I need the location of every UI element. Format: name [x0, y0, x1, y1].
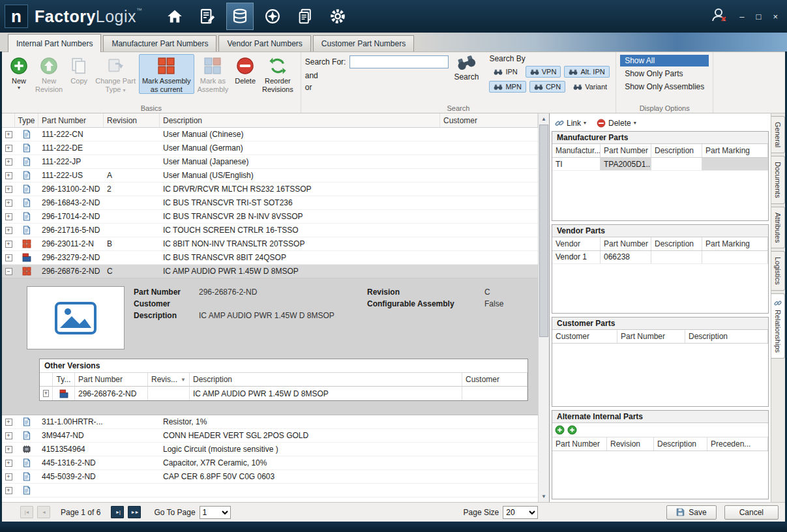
new-button[interactable]: New▾: [6, 54, 32, 94]
scrollbar-thumb[interactable]: [539, 125, 548, 337]
table-row[interactable]: +111-222-USAUser Manual (US/English): [2, 169, 538, 183]
expand-icon[interactable]: +: [5, 254, 12, 261]
settings-gear-icon[interactable]: [324, 3, 351, 30]
vertical-scrollbar[interactable]: ▲ ▼: [538, 113, 549, 502]
table-row[interactable]: +296-13100-2-ND2IC DRVR/RCVR MLTCH RS232…: [2, 183, 538, 196]
table-row-partial[interactable]: +: [2, 484, 538, 497]
link-button[interactable]: Link▾: [555, 119, 586, 128]
last-page-button[interactable]: ►►: [128, 506, 141, 518]
expand-icon[interactable]: +: [5, 131, 12, 138]
table-row[interactable]: +311-1.00HRTR-...Resistor, 1%: [2, 415, 538, 429]
vendor-part-row[interactable]: Vendor 1 066238: [552, 251, 768, 264]
maximize-button[interactable]: □: [756, 12, 762, 21]
page-size-select[interactable]: 20: [503, 506, 538, 519]
minimize-button[interactable]: –: [739, 12, 744, 21]
documents-icon[interactable]: [291, 3, 319, 30]
filter-vpn[interactable]: VPN: [526, 66, 561, 78]
other-version-row[interactable]: + 296-26876-2-ND IC AMP AUDIO PWR 1.45W …: [40, 387, 527, 400]
previous-page-button[interactable]: ◄: [37, 506, 50, 518]
forms-icon[interactable]: [194, 3, 221, 30]
table-row[interactable]: +296-16843-2-NDIC BUS TRANSCVR TRI-ST SO…: [2, 196, 538, 210]
manufacturer-part-row[interactable]: TI TPA2005D1...: [552, 158, 768, 171]
save-button[interactable]: Save: [666, 505, 716, 520]
close-button[interactable]: ×: [773, 12, 778, 21]
side-tab-relationships[interactable]: Relationships: [771, 293, 785, 359]
table-row[interactable]: +111-222-DEUser Manual (German): [2, 141, 538, 155]
home-icon[interactable]: [161, 3, 188, 30]
expand-icon[interactable]: +: [5, 186, 12, 193]
side-tab-general[interactable]: General: [771, 116, 785, 153]
search-input[interactable]: [349, 55, 449, 68]
table-row[interactable]: +296-21716-5-NDIC TOUCH SCREEN CTRLR 16-…: [2, 224, 538, 237]
expand-icon[interactable]: +: [5, 419, 12, 426]
tab-vendor-part-numbers[interactable]: Vendor Part Numbers: [218, 35, 310, 52]
expand-icon[interactable]: +: [5, 200, 12, 207]
expand-icon[interactable]: +: [5, 241, 12, 248]
expand-icon[interactable]: +: [5, 460, 12, 467]
add-alternate-part-secondary-button[interactable]: [567, 425, 577, 435]
next-page-button[interactable]: ►|: [111, 506, 124, 518]
scroll-up-icon[interactable]: ▲: [539, 113, 549, 125]
tab-manufacturer-part-numbers[interactable]: Manufacturer Part Numbers: [103, 35, 216, 52]
first-page-button[interactable]: |◄: [20, 506, 33, 518]
table-row[interactable]: +296-23011-2-NBIC 8BIT NON-INV TRANSLTR …: [2, 237, 538, 251]
table-row-selected[interactable]: −296-26876-2-NDCIC AMP AUDIO PWR 1.45W D…: [2, 265, 538, 278]
tab-internal-part-numbers[interactable]: Internal Part Numbers: [8, 34, 101, 52]
side-tab-attributes[interactable]: Attributes: [771, 207, 785, 248]
table-row[interactable]: +296-23279-2-NDIC BUS TRANSCVR 8BIT 24QS…: [2, 251, 538, 265]
expand-icon[interactable]: +: [5, 145, 12, 152]
go-to-page-select[interactable]: 1: [200, 506, 231, 519]
col-part-number[interactable]: Part Number: [38, 113, 104, 127]
filter-ipn[interactable]: IPN: [489, 66, 522, 78]
collapse-icon[interactable]: −: [5, 268, 12, 275]
show-only-assemblies-option[interactable]: Show Only Assemblies: [620, 81, 709, 93]
col-customer[interactable]: Customer: [440, 113, 538, 127]
table-row[interactable]: +445-5039-2-NDCAP CER 6.8PF 50V C0G 0603: [2, 470, 538, 484]
part-image-placeholder[interactable]: [27, 286, 125, 349]
navigator-icon[interactable]: [259, 3, 286, 30]
mark-as-assembly-button[interactable]: Mark asAssembly: [194, 54, 232, 94]
table-row[interactable]: +111-222-JPUser Manual (Japanese): [2, 155, 538, 169]
mark-assembly-as-current-button[interactable]: Mark Assemblyas current: [139, 54, 194, 94]
expand-icon[interactable]: +: [43, 390, 49, 397]
unlink-delete-button[interactable]: Delete▾: [597, 119, 636, 128]
expand-icon[interactable]: +: [5, 158, 12, 166]
filter-variant[interactable]: Variant: [569, 81, 612, 93]
new-revision-button[interactable]: NewRevision: [32, 54, 66, 94]
add-alternate-part-button[interactable]: [555, 425, 565, 435]
col-revision[interactable]: Revision: [104, 113, 160, 127]
reorder-revisions-button[interactable]: ReorderRevisions: [259, 54, 297, 94]
filter-caret-icon[interactable]: ▼: [181, 377, 186, 383]
delete-button[interactable]: Delete: [231, 54, 259, 94]
table-row[interactable]: +296-17014-2-NDIC BUS TRANSCVR 2B N-INV …: [2, 210, 538, 224]
col-description[interactable]: Description: [160, 113, 440, 127]
expand-icon[interactable]: +: [5, 446, 12, 453]
change-part-type-button[interactable]: Change PartType ▾: [92, 54, 139, 94]
filter-cpn[interactable]: CPN: [529, 81, 565, 93]
table-row[interactable]: +4151354964Logic Circuit (moisture sensi…: [2, 443, 538, 456]
table-row[interactable]: +445-1316-2-NDCapacitor, X7R Ceramic, 10…: [2, 456, 538, 470]
side-tab-documents[interactable]: Documents: [771, 156, 785, 204]
show-only-parts-option[interactable]: Show Only Parts: [620, 68, 709, 80]
expand-icon[interactable]: +: [5, 432, 12, 439]
copy-button[interactable]: Copy: [66, 54, 92, 94]
cancel-button[interactable]: Cancel: [724, 505, 779, 520]
col-type[interactable]: Type: [15, 113, 38, 127]
expand-icon[interactable]: +: [5, 172, 12, 179]
table-row[interactable]: +111-222-CNUser Manual (Chinese): [2, 128, 538, 141]
expand-icon[interactable]: +: [5, 227, 12, 234]
logout-user-icon[interactable]: [711, 7, 728, 25]
expand-icon[interactable]: +: [5, 213, 12, 220]
no-entry-icon: [597, 119, 606, 128]
filter-alt-ipn[interactable]: Alt. IPN: [564, 66, 609, 78]
scroll-down-icon[interactable]: ▼: [539, 491, 549, 502]
show-all-option[interactable]: Show All: [620, 55, 709, 66]
tab-customer-part-numbers[interactable]: Customer Part Numbers: [313, 35, 414, 52]
parts-database-icon[interactable]: [226, 3, 254, 30]
side-tab-logistics[interactable]: Logistics: [771, 251, 785, 291]
table-row[interactable]: +3M9447-NDCONN HEADER VERT SGL 2POS GOLD: [2, 429, 538, 443]
search-button[interactable]: Search: [449, 54, 484, 96]
expand-icon[interactable]: +: [5, 487, 12, 494]
filter-mpn[interactable]: MPN: [489, 81, 526, 93]
expand-icon[interactable]: +: [5, 473, 12, 480]
